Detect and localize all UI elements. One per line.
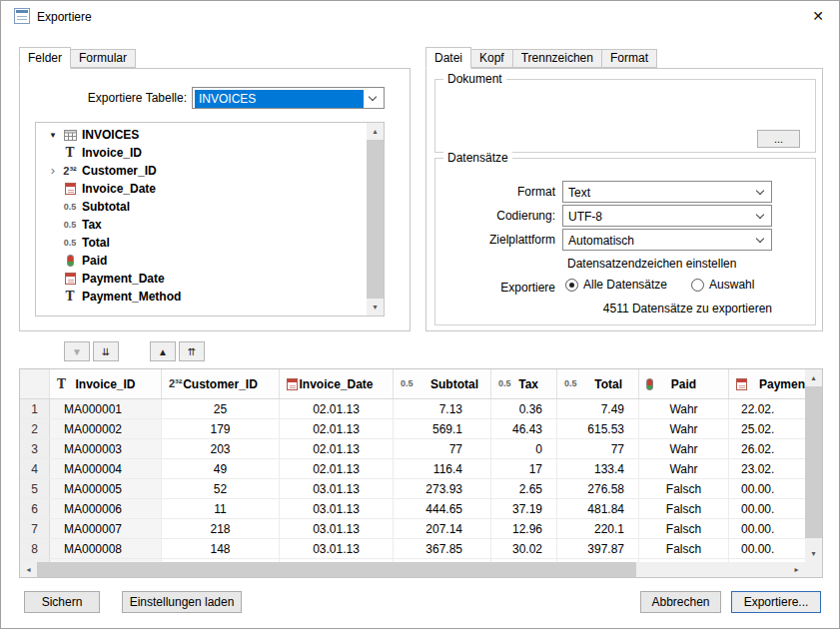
table-row[interactable]: 6MA0000061103.01.13444.6537.19481.84Fals… — [20, 499, 805, 519]
tree-field-invoice_date[interactable]: Invoice_Date — [36, 180, 367, 198]
collapse-caret-icon[interactable]: ▼ — [45, 131, 61, 140]
table-row[interactable]: 1MA0000012502.01.137.130.367.49Wahr22.02… — [20, 399, 805, 419]
table-row[interactable]: 3MA00000320302.01.1377077Wahr26.02. — [20, 439, 805, 459]
table-cell: MA000003 — [50, 439, 162, 458]
table-cell: 26.02. — [729, 439, 805, 458]
scrollbar-thumb[interactable] — [37, 562, 636, 577]
chevron-down-icon — [756, 211, 764, 219]
table-cell: 17 — [491, 459, 557, 478]
export-button[interactable]: Exportiere... — [731, 591, 821, 613]
table-cell: 397.87 — [557, 539, 639, 558]
float-icon: 0.5 — [64, 221, 77, 230]
table-cell: 615.53 — [557, 419, 639, 438]
table-row[interactable]: 5MA0000055203.01.13273.932.65276.58Falsc… — [20, 479, 805, 499]
radio-auswahl-label: Auswahl — [709, 278, 754, 292]
column-header-invoice_date[interactable]: Invoice_Date — [280, 369, 394, 398]
row-number: 2 — [20, 419, 50, 438]
tree-field-tax[interactable]: 0.5Tax — [36, 216, 367, 234]
tab-datei[interactable]: Datei — [425, 47, 471, 69]
encoding-select[interactable]: UTF-8 — [562, 205, 772, 227]
table-cell: MA000004 — [50, 459, 162, 478]
move-to-bottom-button[interactable]: ⇊ — [93, 341, 119, 361]
scrollbar-thumb[interactable] — [805, 386, 822, 538]
column-header-invoice_id[interactable]: TInvoice_ID — [50, 369, 162, 398]
int32-icon: 2³² — [63, 166, 76, 177]
column-label: Total — [594, 377, 622, 391]
move-down-button[interactable]: ▼ — [64, 341, 90, 361]
table-row[interactable]: 4MA0000044902.01.13116.417133.4Wahr23.02… — [20, 459, 805, 479]
date-icon — [736, 378, 747, 390]
table-cell: Wahr — [639, 459, 729, 478]
format-label: Format — [435, 185, 555, 199]
table-cell: 148 — [162, 539, 280, 558]
browse-button[interactable]: ... — [757, 130, 800, 148]
tab-felder[interactable]: Felder — [19, 47, 71, 69]
radio-auswahl[interactable] — [691, 279, 704, 292]
table-row[interactable]: 8MA00000814803.01.13367.8530.02397.87Fal… — [20, 539, 805, 559]
column-header-customer_id[interactable]: 2³²Customer_ID — [162, 369, 280, 398]
scroll-down-icon[interactable]: ▾ — [367, 299, 384, 315]
tree-field-subtotal[interactable]: 0.5Subtotal — [36, 198, 367, 216]
table-cell: MA000007 — [50, 519, 162, 538]
column-header-total[interactable]: 0.5Total — [557, 369, 639, 398]
scroll-down-icon[interactable]: ▾ — [805, 545, 822, 562]
expander-icon[interactable]: › — [45, 166, 61, 176]
radio-alle-datensaetze[interactable] — [565, 279, 578, 292]
scroll-up-icon[interactable]: ▴ — [805, 369, 822, 386]
table-vertical-scrollbar[interactable]: ▴ ▾ — [805, 369, 822, 562]
load-settings-button[interactable]: Einstellungen laden — [122, 591, 242, 613]
field-tree: ▼ INVOICES TInvoice_ID›2³²Customer_IDInv… — [35, 122, 385, 316]
table-cell: 46.43 — [491, 419, 557, 438]
move-to-top-button[interactable]: ⇈ — [179, 341, 205, 361]
table-cell: 569.1 — [394, 419, 491, 438]
tree-field-payment_method[interactable]: TPayment_Method — [36, 288, 367, 306]
field-move-buttons: ▼⇊▲⇈ — [1, 341, 839, 361]
scroll-right-icon[interactable]: ▸ — [788, 562, 805, 577]
export-scope-label: Exportiere — [435, 281, 555, 295]
field-type-icon-cell: 0.5 — [61, 221, 79, 230]
save-settings-button[interactable]: Sichern — [24, 591, 100, 613]
target-platform-select[interactable]: Automatisch — [562, 229, 772, 251]
table-horizontal-scrollbar[interactable]: ◂ ▸ — [20, 562, 805, 577]
radio-alle-label: Alle Datensätze — [583, 278, 667, 292]
export-dialog: Exportiere ✕ FelderFormular Exportiere T… — [0, 0, 840, 629]
table-row[interactable]: 7MA00000721803.01.13207.1412.96220.1Fals… — [20, 519, 805, 539]
field-type-icon-cell — [61, 255, 79, 267]
table-cell: MA000008 — [50, 539, 162, 558]
tab-kopf[interactable]: Kopf — [470, 49, 513, 68]
tab-formular[interactable]: Formular — [70, 49, 136, 68]
column-header-payment_date[interactable]: Payment_Date — [729, 369, 805, 398]
row-number-header[interactable] — [20, 369, 50, 398]
table-cell: 22.02. — [729, 399, 805, 418]
export-table-select[interactable]: INVOICES — [192, 87, 385, 109]
record-terminator-link[interactable]: Datensatzendzeichen einstellen — [567, 257, 736, 271]
tree-field-customer_id[interactable]: ›2³²Customer_ID — [36, 162, 367, 180]
column-header-tax[interactable]: 0.5Tax — [491, 369, 557, 398]
table-cell: 11 — [162, 499, 280, 518]
field-label: Paid — [82, 254, 107, 268]
table-cell: 12.96 — [491, 519, 557, 538]
table-row[interactable]: 2MA00000217902.01.13569.146.43615.53Wahr… — [20, 419, 805, 439]
format-select[interactable]: Text — [562, 181, 772, 203]
tree-root-invoices[interactable]: ▼ INVOICES — [36, 126, 367, 144]
column-header-subtotal[interactable]: 0.5Subtotal — [394, 369, 491, 398]
tree-field-invoice_id[interactable]: TInvoice_ID — [36, 144, 367, 162]
table-cell: 00.00. — [729, 519, 805, 538]
tree-field-paid[interactable]: Paid — [36, 252, 367, 270]
column-header-paid[interactable]: Paid — [639, 369, 729, 398]
tree-scrollbar[interactable]: ▴ ▾ — [367, 123, 384, 315]
tab-format[interactable]: Format — [601, 49, 657, 68]
table-cell: 52 — [162, 479, 280, 498]
scrollbar-thumb[interactable] — [367, 140, 384, 299]
scroll-left-icon[interactable]: ◂ — [20, 562, 37, 577]
field-label: Payment_Date — [82, 272, 165, 286]
tab-trennzeichen[interactable]: Trennzeichen — [512, 49, 602, 68]
table-cell: Wahr — [639, 399, 729, 418]
cancel-button[interactable]: Abbrechen — [640, 591, 721, 613]
scroll-up-icon[interactable]: ▴ — [367, 123, 384, 140]
move-up-button[interactable]: ▲ — [150, 341, 176, 361]
field-label: Payment_Method — [82, 290, 181, 304]
tree-field-payment_date[interactable]: Payment_Date — [36, 270, 367, 288]
tree-field-total[interactable]: 0.5Total — [36, 234, 367, 252]
close-button[interactable]: ✕ — [810, 8, 826, 24]
